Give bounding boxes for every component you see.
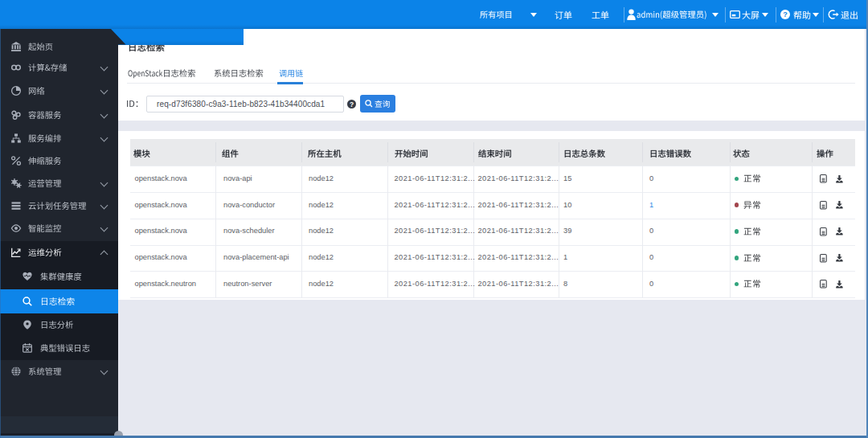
svg-text:?: ? [783, 10, 788, 18]
svg-text:?: ? [350, 100, 354, 108]
